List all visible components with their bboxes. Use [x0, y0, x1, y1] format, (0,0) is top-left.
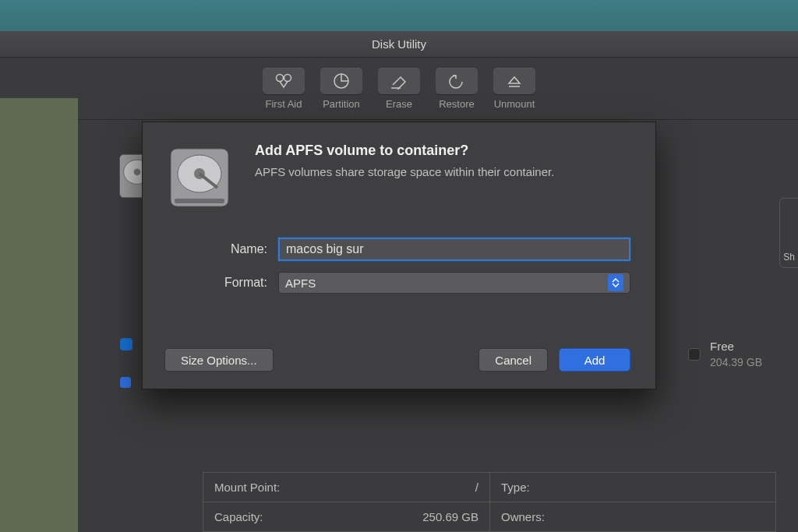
window-titlebar: Disk Utility [0, 31, 798, 58]
info-key: Capacity: [214, 510, 263, 523]
info-row: Type: [489, 473, 775, 502]
toolbar-label: Partition [323, 98, 360, 110]
erase-icon [378, 68, 420, 94]
toolbar-item-erase[interactable]: Erase [374, 68, 424, 110]
restore-icon [436, 68, 478, 94]
free-label: Free [710, 340, 762, 353]
used-swatch [120, 338, 132, 351]
info-row: Capacity: 250.69 GB [203, 502, 489, 532]
toolbar: First Aid Partition Erase Restore Unmoun… [0, 58, 798, 120]
info-row: Owners: [489, 502, 775, 532]
info-row: Mount Point: / [203, 473, 489, 502]
used-checkbox [120, 377, 131, 388]
sidebar [0, 98, 78, 532]
right-cut-label: Sh [783, 252, 795, 262]
add-button[interactable]: Add [559, 348, 630, 372]
toolbar-label: First Aid [266, 98, 302, 110]
partition-icon [320, 68, 362, 94]
toolbar-item-first-aid[interactable]: First Aid [259, 68, 309, 110]
unmount-icon [493, 68, 535, 94]
format-selected-value: APFS [285, 277, 316, 290]
chevron-up-down-icon [608, 274, 623, 291]
size-options-button[interactable]: Size Options... [164, 348, 274, 372]
right-cut-panel[interactable]: Sh [779, 198, 798, 268]
toolbar-label: Erase [386, 98, 412, 110]
svg-point-5 [134, 168, 141, 175]
sheet-title: Add APFS volume to container? [255, 143, 554, 159]
volume-info-table: Mount Point: / Type: Capacity: 250.69 GB… [203, 472, 776, 532]
toolbar-item-partition[interactable]: Partition [316, 68, 366, 110]
svg-point-0 [277, 74, 284, 81]
free-value: 204.39 GB [710, 356, 762, 368]
toolbar-item-unmount[interactable]: Unmount [489, 68, 539, 110]
svg-point-1 [284, 74, 291, 81]
format-select[interactable]: APFS [278, 272, 630, 294]
info-key: Type: [501, 481, 530, 494]
free-swatch [688, 348, 701, 361]
volume-name-input[interactable] [278, 238, 630, 261]
svg-rect-9 [175, 199, 224, 203]
info-key: Mount Point: [214, 481, 280, 494]
window-title: Disk Utility [372, 37, 426, 51]
free-legend: Free 204.39 GB [688, 340, 762, 368]
toolbar-label: Unmount [494, 98, 535, 110]
info-val: / [475, 481, 478, 494]
toolbar-label: Restore [439, 98, 475, 110]
disk-icon [164, 143, 235, 213]
cancel-button[interactable]: Cancel [478, 348, 548, 372]
format-label: Format: [208, 276, 278, 290]
name-label: Name: [208, 242, 278, 256]
toolbar-item-restore[interactable]: Restore [432, 68, 482, 110]
info-key: Owners: [501, 510, 545, 523]
first-aid-icon [263, 68, 305, 94]
info-val: 250.69 GB [422, 510, 478, 523]
sheet-subtitle: APFS volumes share storage space within … [255, 165, 554, 178]
add-volume-sheet: Add APFS volume to container? APFS volum… [142, 122, 656, 389]
